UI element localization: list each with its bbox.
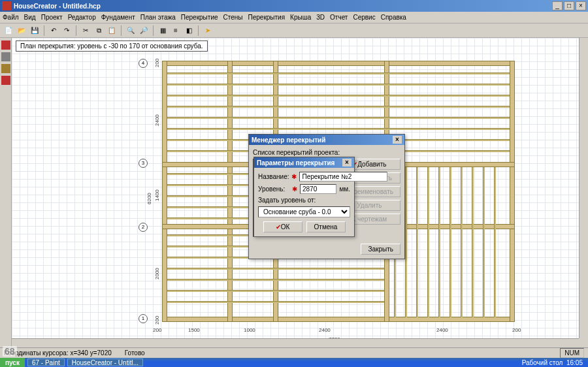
- measure-tool-icon[interactable]: [1, 76, 10, 85]
- system-tray[interactable]: Рабочий стол 16:05: [517, 359, 588, 366]
- menu-item[interactable]: 3D: [316, 14, 325, 21]
- dim-label: 2000: [154, 268, 160, 279]
- dim-label: 2400: [319, 327, 331, 333]
- undo-icon[interactable]: ↶: [48, 25, 59, 37]
- taskbar-item[interactable]: HouseCreator - Untitl...: [67, 359, 143, 366]
- arrow-icon[interactable]: ➤: [202, 25, 214, 37]
- menu-item[interactable]: Перекрытия: [248, 14, 286, 21]
- wall-tool-icon[interactable]: [1, 52, 10, 61]
- tray-label: Рабочий стол: [522, 359, 563, 366]
- app-title: HouseCreator - Untitled.hcp: [14, 3, 552, 10]
- dim-label: 200: [153, 327, 161, 333]
- tray-time: 16:05: [566, 359, 583, 366]
- grid-number: 3: [139, 159, 148, 168]
- name-input[interactable]: [299, 172, 387, 182]
- dialog-close-icon[interactable]: ×: [393, 136, 402, 144]
- title-bar: HouseCreator - Untitled.hcp _ □ ×: [0, 0, 588, 12]
- menu-item[interactable]: Отчет: [330, 14, 348, 21]
- dim-label: 2400: [154, 114, 160, 126]
- menu-item[interactable]: Фундамент: [101, 14, 135, 21]
- menu-item[interactable]: Вид: [24, 14, 36, 21]
- grid-number: 1: [139, 314, 148, 323]
- dialog-titlebar[interactable]: Менеджер перекрытий ×: [249, 135, 404, 145]
- status-ready: Готово: [125, 349, 145, 357]
- ok-button[interactable]: ✔ОК: [263, 221, 302, 232]
- grid-number: 4: [139, 59, 148, 68]
- from-select[interactable]: Основание сруба - 0.0: [258, 206, 350, 217]
- copy-icon[interactable]: ⧉: [93, 25, 105, 37]
- status-num: NUM: [560, 348, 584, 358]
- new-icon[interactable]: 📄: [3, 25, 14, 37]
- tool-sidebar: [0, 38, 12, 351]
- status-bar: Координаты курсора: x=340 y=7020 Готово …: [0, 347, 588, 358]
- select-tool-icon[interactable]: [1, 40, 10, 50]
- dim-label: 200: [154, 59, 160, 67]
- start-button[interactable]: пуск: [0, 358, 25, 367]
- menu-item[interactable]: Стены: [223, 14, 243, 21]
- grid-icon[interactable]: ▦: [157, 25, 169, 37]
- dialog-title: Параметры перекрытия: [257, 159, 335, 167]
- open-icon[interactable]: 📂: [16, 25, 27, 37]
- plan-header: План перекрытия: уровень с -30 по 170 от…: [16, 40, 208, 52]
- grid-number: 2: [139, 223, 148, 232]
- from-label: Задать уровень от:: [258, 197, 350, 204]
- save-icon[interactable]: 💾: [29, 25, 41, 37]
- cut-icon[interactable]: ✂: [80, 25, 91, 37]
- watermark: 68: [3, 346, 17, 357]
- separator: [121, 25, 122, 36]
- level-label: Уровень:: [258, 185, 289, 193]
- separator: [76, 25, 76, 36]
- menu-item[interactable]: Справка: [381, 14, 406, 21]
- zoom-out-icon[interactable]: 🔎: [138, 25, 150, 37]
- vertical-scrollbar[interactable]: [579, 38, 588, 338]
- required-icon: ✱: [291, 173, 297, 180]
- dim-label: 200: [154, 316, 160, 325]
- taskbar-item[interactable]: 67 - Paint: [27, 359, 65, 366]
- taskbar: пуск 67 - Paint HouseCreator - Untitl...…: [0, 358, 588, 367]
- close-button[interactable]: Закрыть: [361, 244, 400, 255]
- menu-item[interactable]: Перекрытие: [181, 14, 218, 21]
- cancel-button[interactable]: Отмена: [306, 221, 346, 232]
- dialog-titlebar[interactable]: Параметры перекрытия ×: [254, 157, 354, 168]
- separator: [198, 25, 199, 36]
- name-label: Название:: [258, 173, 289, 180]
- dialog-close-icon[interactable]: ×: [342, 159, 351, 167]
- required-icon: ✱: [292, 185, 297, 193]
- minimize-button[interactable]: _: [552, 1, 563, 10]
- horizontal-scrollbar[interactable]: [12, 338, 579, 347]
- beam-tool-icon[interactable]: [1, 64, 10, 73]
- dialog-title: Менеджер перекрытий: [252, 136, 325, 144]
- view3d-icon[interactable]: ◧: [183, 25, 195, 37]
- menu-bar: Файл Вид Проект Редактор Фундамент План …: [0, 12, 588, 24]
- menu-item[interactable]: Проект: [41, 14, 63, 21]
- level-input[interactable]: [300, 184, 336, 194]
- separator: [153, 25, 154, 36]
- menu-item[interactable]: План этажа: [140, 14, 176, 21]
- dim-total: 6200: [146, 193, 152, 204]
- app-icon: [2, 1, 11, 10]
- params-dialog: Параметры перекрытия × Название: ✱ Урове…: [253, 157, 355, 237]
- dim-label: 2400: [436, 327, 448, 333]
- zoom-in-icon[interactable]: 🔍: [125, 25, 137, 37]
- maximize-button[interactable]: □: [564, 1, 574, 10]
- paste-icon[interactable]: 📋: [106, 25, 118, 37]
- unit-label: мм.: [339, 185, 350, 193]
- close-button[interactable]: ×: [576, 1, 586, 10]
- redo-icon[interactable]: ↷: [61, 25, 73, 37]
- main-toolbar: 📄 📂 💾 ↶ ↷ ✂ ⧉ 📋 🔍 🔎 ▦ ≡ ◧ ➤: [0, 24, 588, 38]
- dim-label: 200: [512, 327, 521, 333]
- dim-label: 1500: [188, 327, 200, 333]
- menu-item[interactable]: Файл: [3, 14, 19, 21]
- separator: [44, 25, 44, 36]
- menu-item[interactable]: Редактор: [68, 14, 96, 21]
- menu-item[interactable]: Крыша: [290, 14, 311, 21]
- dim-label: 1000: [244, 327, 255, 333]
- status-coords: Координаты курсора: x=340 y=7020: [4, 349, 112, 357]
- list-label: Список перекрытий проекта:: [253, 149, 400, 156]
- layers-icon[interactable]: ≡: [170, 25, 182, 37]
- dim-label: 1400: [154, 189, 160, 201]
- menu-item[interactable]: Сервис: [353, 14, 375, 21]
